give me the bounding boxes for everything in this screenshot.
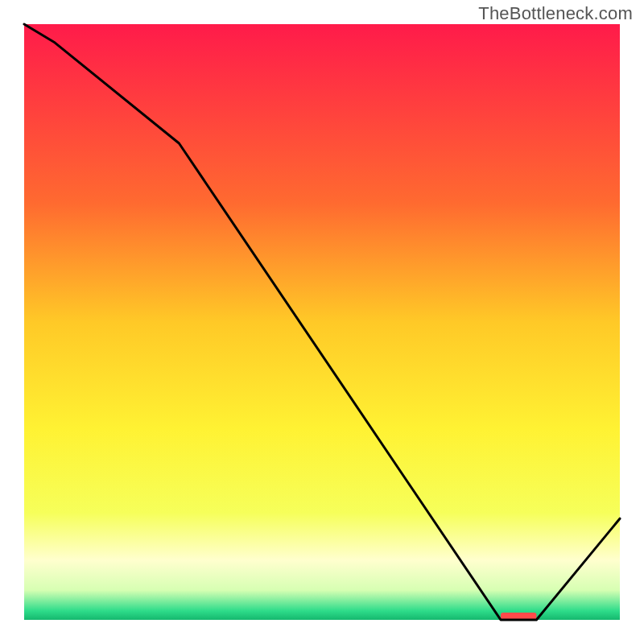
chart-stage: TheBottleneck.com (0, 0, 644, 644)
bottleneck-chart (0, 0, 644, 644)
plot-background (24, 24, 620, 620)
